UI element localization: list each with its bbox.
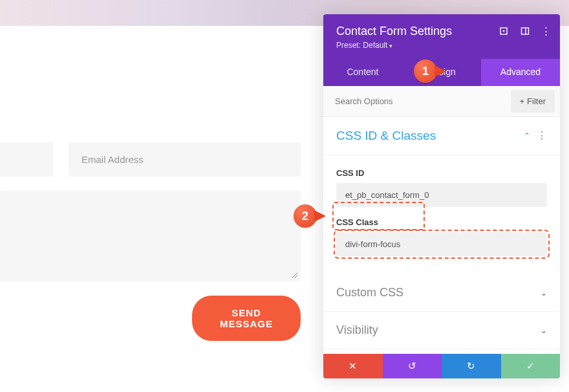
dock-icon[interactable] — [520, 26, 530, 36]
panel-header: Contact Form Settings Preset: Default ⋮ — [323, 14, 560, 59]
search-input[interactable] — [323, 87, 511, 115]
chevron-down-icon: ⌄ — [541, 289, 547, 298]
filter-button[interactable]: + Filter — [511, 90, 555, 113]
section-visibility[interactable]: Visibility ⌄ — [323, 312, 560, 349]
css-class-input[interactable] — [336, 232, 547, 256]
css-id-label: CSS ID — [336, 168, 547, 178]
section-custom-css[interactable]: Custom CSS ⌄ — [323, 274, 560, 312]
css-id-input[interactable] — [336, 183, 547, 207]
preset-dropdown[interactable]: Preset: Default — [336, 41, 547, 50]
name-input[interactable] — [0, 142, 53, 177]
save-button[interactable]: ✓ — [501, 354, 561, 378]
send-message-button[interactable]: SEND MESSAGE — [192, 296, 301, 341]
chevron-up-icon: ⌃ — [524, 131, 530, 140]
footer-bar: ✕ ↺ ↻ ✓ — [323, 354, 560, 378]
css-class-label: CSS Class — [336, 217, 547, 227]
plus-icon: + — [520, 96, 525, 106]
callout-2: 2 — [294, 204, 317, 228]
section-title: Custom CSS — [336, 286, 541, 299]
search-row: + Filter — [323, 86, 560, 117]
section-title: CSS ID & Classes — [336, 129, 524, 143]
section-more-icon[interactable]: ⋮ — [537, 133, 547, 139]
panel-body: CSS ID & Classes ⌃ ⋮ CSS ID CSS Class Cu… — [323, 117, 560, 354]
tab-advanced[interactable]: Advanced — [481, 59, 560, 86]
close-icon: ✕ — [349, 360, 357, 372]
message-textarea[interactable] — [0, 191, 301, 281]
callout-1: 1 — [414, 60, 437, 83]
section-title: Visibility — [336, 323, 541, 337]
expand-icon[interactable] — [499, 26, 508, 36]
undo-button[interactable]: ↺ — [383, 354, 442, 378]
svg-point-1 — [502, 30, 504, 32]
filter-label: Filter — [527, 96, 546, 106]
contact-form: Email Address SEND MESSAGE — [0, 142, 301, 341]
section-transitions[interactable]: Transitions ⌄ — [323, 349, 560, 354]
callout-number: 2 — [302, 210, 308, 223]
undo-icon: ↺ — [408, 360, 416, 372]
email-input[interactable]: Email Address — [69, 142, 301, 177]
section-body-css: CSS ID CSS Class — [323, 155, 560, 274]
cancel-button[interactable]: ✕ — [323, 354, 383, 378]
check-icon: ✓ — [526, 360, 535, 372]
callout-number: 1 — [422, 65, 429, 78]
more-icon[interactable]: ⋮ — [541, 26, 551, 36]
svg-rect-2 — [521, 28, 528, 34]
redo-button[interactable]: ↻ — [442, 354, 501, 378]
redo-icon: ↻ — [467, 360, 475, 372]
tab-content[interactable]: Content — [323, 59, 402, 86]
chevron-down-icon: ⌄ — [541, 326, 547, 335]
section-css-id-classes[interactable]: CSS ID & Classes ⌃ ⋮ — [323, 117, 560, 155]
